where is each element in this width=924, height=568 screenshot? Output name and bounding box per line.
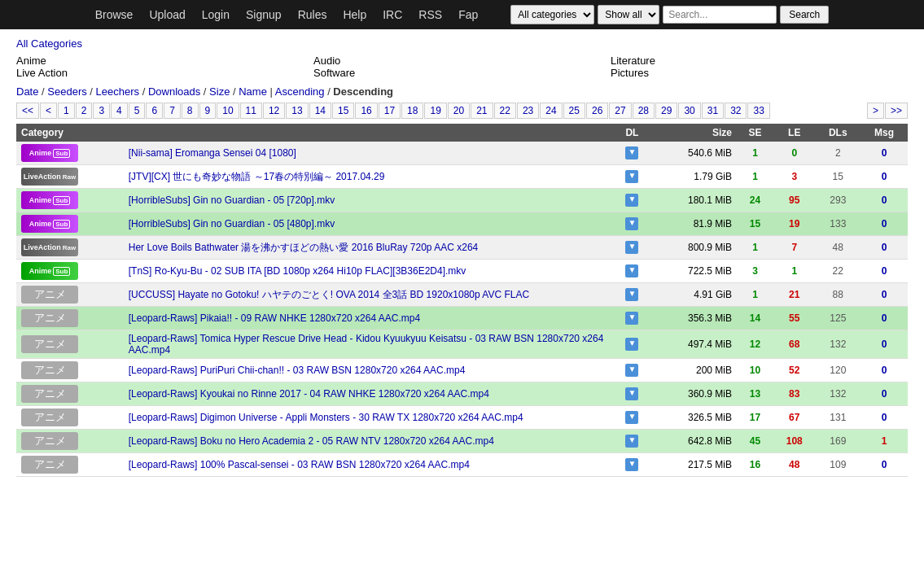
download-icon[interactable] (625, 288, 638, 301)
torrent-link[interactable]: [UCCUSS] Hayate no Gotoku! ハヤテのごとく! OVA … (129, 289, 529, 300)
page-18[interactable]: 18 (401, 103, 423, 119)
nav-browse[interactable]: Browse (95, 8, 134, 21)
page-16[interactable]: 16 (355, 103, 377, 119)
all-categories[interactable]: All Categories (16, 37, 82, 50)
page-23[interactable]: 23 (517, 103, 539, 119)
download-icon[interactable] (625, 435, 638, 448)
page-32[interactable]: 32 (725, 103, 747, 119)
page-13[interactable]: 13 (286, 103, 308, 119)
table-row: アニメ [Leopard-Raws] Digimon Universe - Ap… (16, 406, 908, 430)
download-icon[interactable] (625, 217, 638, 230)
page-31[interactable]: 31 (702, 103, 724, 119)
sort-ascending[interactable]: Ascending (275, 85, 325, 98)
torrent-link[interactable]: [TnS] Ro-Kyu-Bu - 02 SUB ITA [BD 1080p x… (129, 265, 466, 277)
nav-fap[interactable]: Fap (458, 8, 478, 21)
page-28[interactable]: 28 (633, 103, 655, 119)
download-icon[interactable] (625, 312, 638, 325)
download-icon[interactable] (625, 387, 638, 400)
page-1[interactable]: 1 (58, 103, 75, 119)
page-6[interactable]: 6 (146, 103, 163, 119)
nav-irc[interactable]: IRC (383, 8, 402, 21)
sort-size[interactable]: Size (209, 85, 230, 98)
download-icon[interactable] (625, 411, 638, 424)
page-11[interactable]: 11 (240, 103, 262, 119)
download-icon[interactable] (625, 194, 638, 207)
page-17[interactable]: 17 (379, 103, 401, 119)
page-9[interactable]: 9 (199, 103, 217, 119)
page-7[interactable]: 7 (164, 103, 181, 119)
page-20[interactable]: 20 (448, 103, 470, 119)
page-prev[interactable]: < (40, 103, 57, 119)
nav-login[interactable]: Login (202, 8, 230, 21)
page-19[interactable]: 19 (424, 103, 446, 119)
torrent-link[interactable]: [HorribleSubs] Gin no Guardian - 05 [720… (129, 194, 335, 206)
pagination-spacer (771, 109, 866, 112)
page-8[interactable]: 8 (182, 103, 199, 119)
page-2[interactable]: 2 (76, 103, 93, 119)
torrent-link[interactable]: [Leopard-Raws] 100% Pascal-sensei - 03 R… (129, 459, 470, 470)
nav-upload[interactable]: Upload (149, 8, 185, 21)
download-icon[interactable] (625, 146, 638, 159)
download-icon[interactable] (625, 338, 638, 351)
nav-rules[interactable]: Rules (298, 8, 327, 21)
torrent-link[interactable]: [Leopard-Raws] PuriPuri Chii-chan!! - 03… (129, 365, 466, 376)
page-30[interactable]: 30 (678, 103, 700, 119)
torrent-link[interactable]: [JTV][CX] 世にも奇妙な物語 ～17春の特別編～ 2017.04.29 (129, 171, 385, 182)
download-icon[interactable] (625, 458, 638, 471)
torrent-link[interactable]: [Leopard-Raws] Tomica Hyper Rescue Drive… (129, 333, 604, 356)
page-next-next[interactable]: >> (885, 103, 908, 119)
page-4[interactable]: 4 (111, 103, 128, 119)
cell-dls: 125 (815, 307, 861, 330)
cell-dls: 132 (815, 382, 861, 406)
cat-pictures[interactable]: Pictures (611, 67, 649, 79)
page-21[interactable]: 21 (471, 103, 493, 119)
sort-date[interactable]: Date (16, 85, 38, 98)
download-icon[interactable] (625, 364, 638, 377)
page-25[interactable]: 25 (563, 103, 585, 119)
cell-dls: 169 (815, 430, 861, 453)
sort-name[interactable]: Name (239, 85, 267, 98)
page-3[interactable]: 3 (93, 103, 110, 119)
cat-literature[interactable]: Literature (611, 55, 655, 67)
col-le: LE (773, 124, 815, 142)
sort-seeders[interactable]: Seeders (47, 85, 86, 98)
page-15[interactable]: 15 (332, 103, 354, 119)
torrent-link[interactable]: [Nii-sama] Eromanga Sensei 04 [1080] (129, 147, 296, 159)
cat-live-action[interactable]: Live Action (16, 67, 68, 79)
nav-signup[interactable]: Signup (246, 8, 282, 21)
torrent-link[interactable]: [Leopard-Raws] Pikaia!! - 09 RAW NHKE 12… (129, 312, 420, 324)
cat-software[interactable]: Software (313, 67, 355, 79)
page-33[interactable]: 33 (747, 103, 769, 119)
page-26[interactable]: 26 (586, 103, 608, 119)
page-12[interactable]: 12 (263, 103, 285, 119)
search-input[interactable] (663, 6, 777, 24)
cell-name: [HorribleSubs] Gin no Guardian - 05 [480… (124, 212, 614, 236)
page-24[interactable]: 24 (540, 103, 562, 119)
download-icon[interactable] (625, 170, 638, 183)
torrent-link[interactable]: [HorribleSubs] Gin no Guardian - 05 [480… (129, 218, 335, 229)
page-14[interactable]: 14 (309, 103, 331, 119)
torrent-link[interactable]: [Leopard-Raws] Digimon Universe - Appli … (129, 412, 523, 423)
cat-audio[interactable]: Audio (313, 55, 340, 67)
torrent-link[interactable]: [Leopard-Raws] Kyoukai no Rinne 2017 - 0… (129, 388, 489, 400)
cell-se: 17 (737, 406, 773, 430)
category-select[interactable]: All categories (510, 5, 594, 24)
nav-rss[interactable]: RSS (418, 8, 442, 21)
cat-anime[interactable]: Anime (16, 55, 46, 67)
page-next[interactable]: > (867, 103, 884, 119)
page-prev-prev[interactable]: << (16, 103, 39, 119)
page-5[interactable]: 5 (129, 103, 146, 119)
search-button[interactable]: Search (780, 6, 829, 24)
download-icon[interactable] (625, 264, 638, 277)
show-select[interactable]: Show all (598, 5, 659, 24)
page-29[interactable]: 29 (655, 103, 677, 119)
page-10[interactable]: 10 (217, 103, 239, 119)
torrent-link[interactable]: Her Love Boils Bathwater 湯を沸かすほどの熱い愛 201… (129, 242, 479, 253)
torrent-link[interactable]: [Leopard-Raws] Boku no Hero Academia 2 -… (129, 435, 494, 447)
download-icon[interactable] (625, 241, 638, 254)
page-22[interactable]: 22 (494, 103, 516, 119)
sort-downloads[interactable]: Downloads (148, 85, 200, 98)
nav-help[interactable]: Help (343, 8, 366, 21)
page-27[interactable]: 27 (609, 103, 631, 119)
sort-leechers[interactable]: Leechers (96, 85, 139, 98)
